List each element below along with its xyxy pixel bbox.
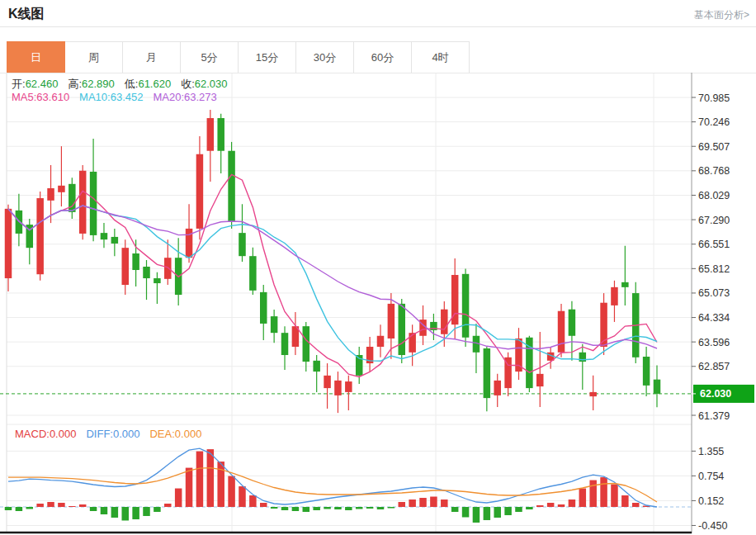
info-value: 63.273 [184, 91, 217, 103]
info-label: DEA: [149, 428, 174, 440]
svg-text:0.754: 0.754 [698, 471, 724, 482]
ma-info: MA5:63.610MA10:63.452MA20:63.273 [12, 91, 227, 103]
info-label: 低: [125, 78, 139, 90]
svg-text:70.246: 70.246 [698, 116, 730, 128]
grid [7, 73, 692, 532]
info-value: 63.452 [111, 91, 144, 103]
page-header: K线图 基本面分析> [0, 0, 756, 27]
info-value: 62.030 [195, 78, 228, 90]
svg-text:64.334: 64.334 [698, 312, 730, 324]
svg-text:66.551: 66.551 [698, 239, 730, 250]
info-value: 62.460 [26, 78, 59, 90]
tab-5分[interactable]: 5分 [181, 41, 239, 73]
svg-text:0.152: 0.152 [698, 495, 724, 507]
svg-text:-0.450: -0.450 [698, 520, 727, 532]
svg-text:1.355: 1.355 [698, 446, 724, 457]
tab-日[interactable]: 日 [7, 41, 65, 73]
tab-15分[interactable]: 15分 [239, 41, 296, 73]
info-value: 61.620 [138, 78, 171, 90]
svg-text:61.379: 61.379 [698, 410, 730, 422]
info-label: MA5: [12, 91, 36, 103]
svg-text:70.985: 70.985 [698, 92, 730, 104]
info-label: DIFF: [86, 428, 113, 440]
info-value: 0.000 [113, 428, 140, 440]
fundamental-analysis-link[interactable]: 基本面分析> [694, 8, 749, 22]
svg-text:68.029: 68.029 [698, 190, 730, 201]
tab-4时[interactable]: 4时 [412, 41, 470, 73]
info-value: 0.000 [50, 428, 77, 440]
info-value: 0.000 [175, 428, 202, 440]
macd-info: MACD:0.000DIFF:0.000DEA:0.000 [15, 428, 211, 440]
info-value: 62.890 [82, 78, 115, 90]
info-label: MA20: [153, 91, 184, 103]
info-label: 收: [181, 78, 195, 90]
svg-text:63.596: 63.596 [698, 337, 730, 348]
candlestick-chart[interactable]: 70.98570.24669.50768.76868.02967.29066.5… [0, 73, 756, 535]
tab-周[interactable]: 周 [65, 41, 123, 73]
svg-text:69.507: 69.507 [698, 141, 730, 153]
svg-text:62.030: 62.030 [700, 388, 731, 400]
tab-月[interactable]: 月 [123, 41, 181, 73]
info-value: 63.610 [36, 91, 69, 103]
page-title: K线图 [8, 6, 45, 23]
info-label: 高: [68, 78, 82, 90]
tab-60分[interactable]: 60分 [354, 41, 412, 73]
interval-tabs: 日周月5分15分30分60分4时 [7, 41, 470, 73]
info-label: MACD: [15, 428, 50, 440]
info-label: 开: [12, 78, 26, 90]
svg-text:65.812: 65.812 [698, 263, 730, 275]
svg-text:68.768: 68.768 [698, 165, 730, 177]
diff-line [8, 448, 657, 507]
svg-text:62.857: 62.857 [698, 361, 730, 372]
candles [5, 110, 661, 413]
svg-text:65.073: 65.073 [698, 287, 730, 299]
info-label: MA10: [79, 91, 111, 103]
tab-30分[interactable]: 30分 [296, 41, 354, 73]
price-axis: 70.98570.24669.50768.76868.02967.29066.5… [692, 73, 730, 533]
current-price-badge: 62.030 [692, 385, 754, 403]
ohlc-info: 开:62.460高:62.890低:61.620收:62.030 [12, 77, 238, 92]
svg-text:67.290: 67.290 [698, 215, 730, 226]
